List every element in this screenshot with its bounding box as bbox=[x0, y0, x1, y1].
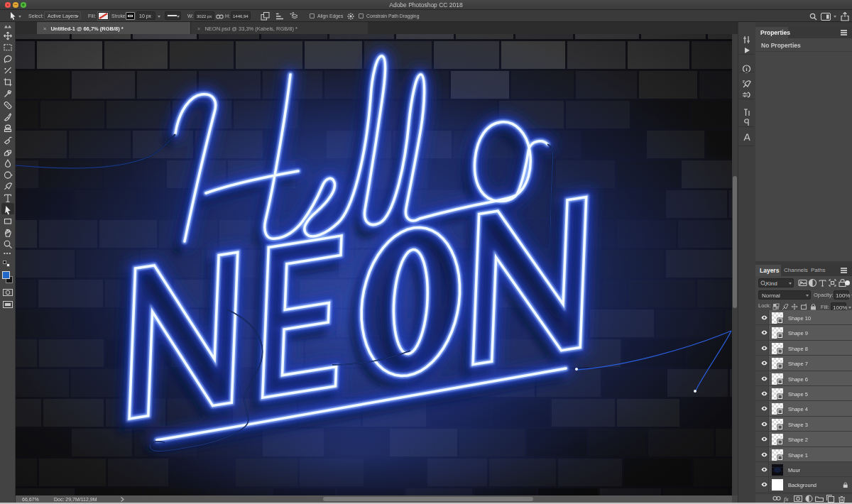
svg-text:fx: fx bbox=[784, 495, 789, 503]
